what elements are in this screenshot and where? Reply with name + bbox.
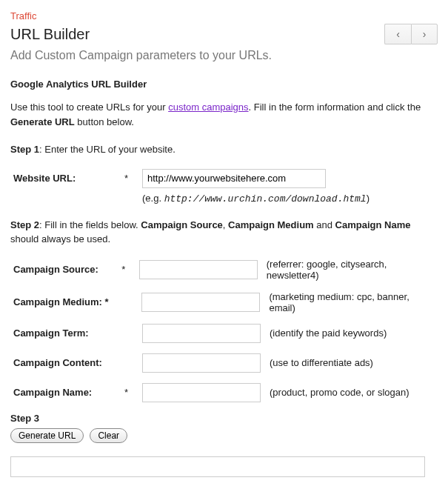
page-title: URL Builder — [10, 26, 438, 43]
clear-button[interactable]: Clear — [90, 428, 127, 443]
website-url-example: (e.g. http://www.urchin.com/download.htm… — [10, 193, 438, 204]
campaign-medium-input[interactable] — [141, 293, 260, 312]
chevron-left-icon: ‹ — [396, 28, 400, 40]
campaign-name-hint: (product, promo code, or slogan) — [270, 387, 409, 398]
custom-campaigns-link[interactable]: custom campaigns — [168, 102, 248, 113]
campaign-source-input[interactable] — [139, 260, 258, 279]
campaign-source-hint: (referrer: google, citysearch, newslette… — [267, 259, 438, 281]
page-subtitle: Add Custom Campaign parameters to your U… — [10, 49, 438, 62]
campaign-source-label: Campaign Source: — [13, 264, 121, 275]
required-marker: * — [121, 264, 138, 275]
campaign-term-label: Campaign Term: — [13, 327, 124, 339]
campaign-name-input[interactable] — [142, 383, 261, 402]
website-url-input[interactable] — [142, 169, 326, 188]
next-button[interactable]: › — [411, 24, 438, 44]
required-marker: * — [124, 387, 142, 398]
campaign-medium-label: Campaign Medium: * — [13, 296, 124, 307]
campaign-content-input[interactable] — [142, 353, 261, 373]
breadcrumb-category: Traffic — [10, 10, 438, 21]
campaign-content-label: Campaign Content: — [13, 357, 124, 368]
section-heading: Google Analytics URL Builder — [10, 79, 438, 90]
step2-text: Step 2: Fill in the fields below. Campai… — [10, 218, 438, 247]
campaign-medium-hint: (marketing medium: cpc, banner, email) — [269, 291, 438, 313]
campaign-name-label: Campaign Name: — [13, 387, 124, 398]
chevron-right-icon: › — [423, 28, 427, 40]
campaign-content-hint: (use to differentiate ads) — [270, 357, 373, 368]
result-url-input[interactable] — [10, 456, 425, 477]
website-url-label: Website URL: — [13, 173, 124, 184]
campaign-term-hint: (identify the paid keywords) — [270, 327, 387, 339]
generate-url-button[interactable]: Generate URL — [10, 428, 84, 443]
step1-text: Step 1: Enter the URL of your website. — [10, 142, 438, 157]
prev-button[interactable]: ‹ — [384, 24, 411, 44]
step3-label: Step 3 — [10, 413, 438, 424]
campaign-term-input[interactable] — [142, 324, 261, 343]
required-marker: * — [124, 173, 142, 184]
intro-text: Use this tool to create URLs for your cu… — [10, 100, 438, 129]
